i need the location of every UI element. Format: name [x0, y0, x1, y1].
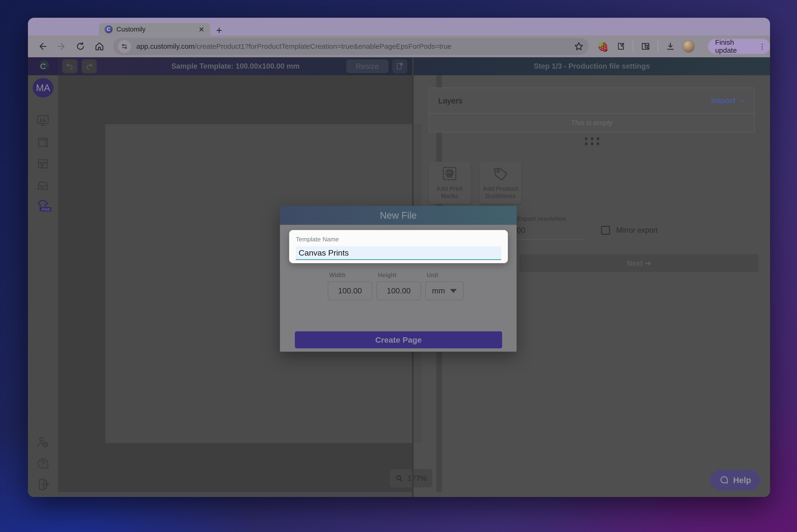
zoom-level: 177% [407, 474, 427, 483]
export-resolution-label: Export resolution [517, 215, 566, 222]
browser-tab-customily[interactable]: C Customily ✕ [99, 23, 210, 36]
template-name-label: Template Name [296, 236, 501, 243]
finish-update-button[interactable]: Finish update ⋮ [708, 39, 770, 54]
template-name-input[interactable] [296, 246, 501, 260]
layers-title: Layers [438, 96, 462, 105]
import-dropdown[interactable]: Import [711, 96, 745, 105]
export-resolution-underline [511, 239, 585, 240]
layers-panel: Layers Import This is empty [429, 88, 755, 133]
template-name-card: Template Name [289, 230, 508, 263]
add-page-icon[interactable] [392, 59, 407, 73]
mirror-export-label: Mirror export [616, 226, 658, 234]
new-tab-button[interactable]: + [216, 24, 222, 36]
browser-toolbar: app.customily.com/createProduct1?forProd… [28, 36, 770, 57]
unit-label: Unit [425, 272, 463, 279]
account-settings-icon[interactable] [36, 435, 50, 450]
account-avatar[interactable]: MA [33, 78, 54, 97]
add-print-marks-button[interactable]: Add PrintMarks [429, 162, 471, 204]
url-bar[interactable]: app.customily.com/createProduct1?forProd… [113, 38, 589, 55]
chevron-down-icon [739, 97, 745, 104]
customily-app: C MA POD [28, 57, 770, 497]
customily-logo-icon: C [37, 60, 49, 72]
resize-button[interactable]: Resize [346, 59, 388, 73]
browser-menu-kebab-icon[interactable]: ⋮ [759, 42, 766, 51]
tag-icon [493, 166, 508, 181]
site-settings-icon[interactable] [118, 40, 131, 53]
redo-button[interactable] [82, 59, 97, 73]
chat-bubble-icon [719, 475, 729, 485]
printer-icon [442, 166, 457, 181]
profile-avatar[interactable] [682, 40, 695, 53]
bookmark-star-icon[interactable] [574, 41, 584, 52]
logout-icon[interactable] [36, 477, 50, 492]
browser-window: C Customily ✕ + app.customily.com/create… [28, 18, 770, 497]
canvas-horizontal-scrollbar[interactable] [58, 492, 413, 497]
width-label: Width [328, 272, 372, 279]
undo-button[interactable] [62, 59, 77, 73]
sidebar-item-templates[interactable] [36, 135, 50, 149]
tab-search-icon[interactable] [641, 41, 650, 52]
sidebar-logo: C [28, 57, 58, 75]
forward-icon[interactable] [56, 41, 67, 52]
url-text: app.customily.com/createProduct1?forProd… [136, 42, 452, 51]
next-button[interactable]: Next ➜ [519, 254, 758, 272]
back-icon[interactable] [37, 41, 48, 52]
modal-title: New File [380, 210, 417, 221]
reload-icon[interactable] [75, 41, 86, 52]
customily-favicon: C [105, 25, 113, 33]
step-header: Step 1/3 - Production file settings [414, 57, 770, 75]
sidebar-item-store[interactable] [36, 157, 50, 171]
canvas-header: Sample Template: 100.00x100.00 mm Resize [58, 57, 413, 75]
extension-berry-icon[interactable]: 🍓 [597, 41, 609, 52]
layers-empty-text: This is empty [429, 114, 754, 132]
mirror-export-checkbox[interactable]: Mirror export [601, 226, 658, 235]
pod-badge: POD [40, 207, 51, 212]
extensions-puzzle-icon[interactable] [616, 41, 626, 52]
dropdown-arrow-icon [450, 289, 457, 293]
unit-select[interactable]: mm [425, 281, 463, 300]
help-button[interactable]: Help [710, 470, 761, 491]
height-label: Height [377, 272, 421, 279]
checkbox-icon[interactable] [601, 226, 610, 235]
download-icon[interactable] [665, 41, 676, 52]
sidebar-item-pod[interactable]: POD [36, 199, 50, 213]
modal-header: New File [280, 206, 517, 225]
width-input[interactable]: 100.00 [328, 281, 372, 300]
toolbar-divider [658, 41, 658, 52]
add-product-guidelines-button[interactable]: Add ProductGuidelines [479, 162, 521, 204]
create-page-button[interactable]: Create Page [295, 331, 502, 348]
magnifier-icon [395, 474, 403, 482]
new-file-modal: New File Template Name Width 100.00 Heig… [280, 206, 517, 352]
zoom-control[interactable]: 177% [390, 469, 432, 488]
help-icon[interactable] [36, 456, 50, 471]
sidebar-item-inbox[interactable] [36, 178, 50, 192]
height-input[interactable]: 100.00 [377, 281, 421, 300]
step-title: Step 1/3 - Production file settings [534, 62, 650, 71]
tab-title: Customily [116, 25, 195, 33]
toolbar-divider [633, 41, 633, 52]
sidebar-item-designs[interactable] [36, 113, 50, 128]
close-tab-icon[interactable]: ✕ [198, 25, 205, 34]
panel-drag-handle[interactable] [585, 137, 599, 145]
home-icon[interactable] [94, 41, 105, 52]
